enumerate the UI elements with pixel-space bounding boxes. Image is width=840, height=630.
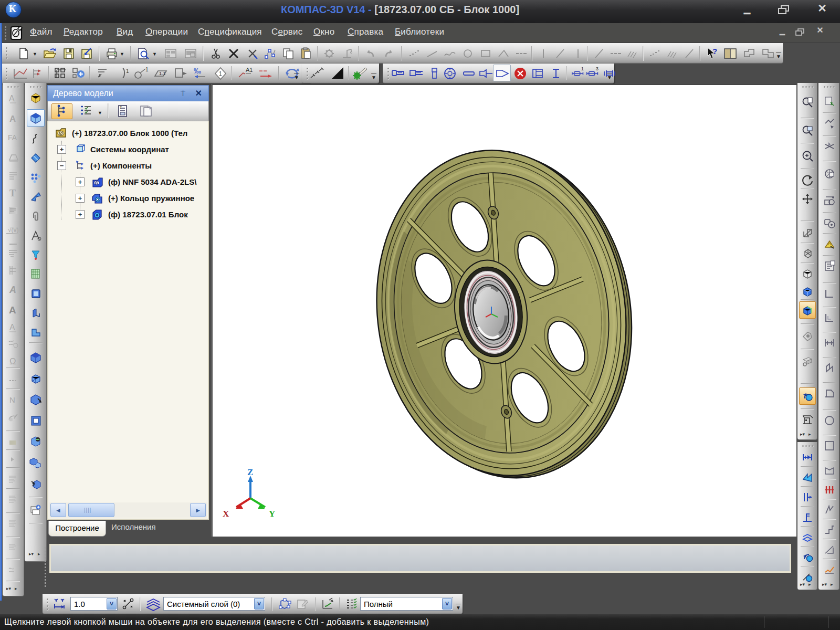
svg-text:‰: ‰	[194, 67, 201, 75]
svg-text:Ω: Ω	[9, 356, 16, 366]
svg-text:A1: A1	[246, 67, 253, 73]
svg-text:Т: Т	[120, 106, 122, 109]
svg-text:Y: Y	[269, 509, 275, 519]
svg-text:A: A	[9, 114, 16, 124]
svg-text:1: 1	[126, 68, 129, 74]
svg-text:X: X	[223, 509, 229, 519]
svg-text:1: 1	[581, 66, 584, 71]
svg-text:3: 3	[596, 66, 598, 71]
svg-text:N: N	[9, 395, 15, 404]
svg-text:A: A	[9, 94, 15, 103]
svg-text:FA: FA	[8, 133, 17, 142]
svg-text:Z: Z	[247, 467, 253, 477]
svg-text:1: 1	[145, 67, 149, 72]
svg-text:A: A	[9, 304, 16, 316]
svg-text:?: ?	[712, 47, 717, 56]
svg-text:T: T	[9, 188, 16, 198]
svg-text:A: A	[9, 285, 16, 295]
svg-text:√(v): √(v)	[8, 226, 19, 234]
svg-text:1: 1	[219, 71, 222, 77]
svg-text:A: A	[9, 323, 15, 332]
svg-text:1.1: 1.1	[159, 71, 166, 76]
